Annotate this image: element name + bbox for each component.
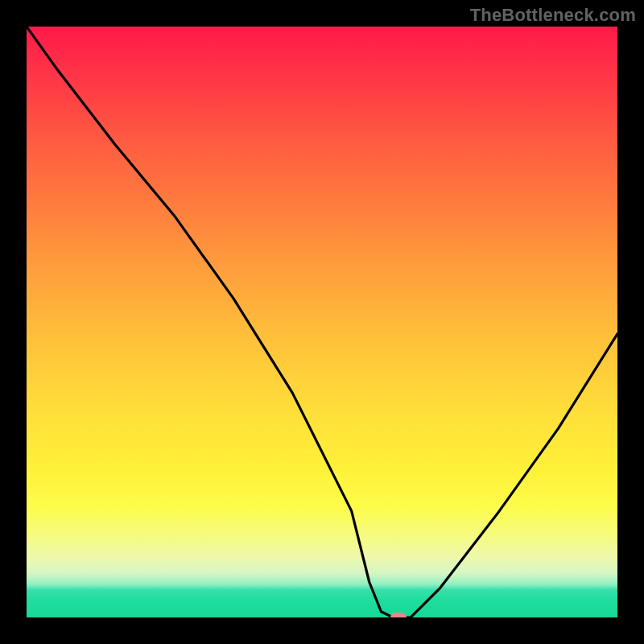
curve-path: [27, 27, 617, 617]
plot-area: [27, 27, 617, 617]
optimum-marker: [390, 613, 407, 617]
watermark-text: TheBottleneck.com: [470, 5, 636, 26]
chart-stage: TheBottleneck.com: [0, 0, 644, 644]
bottleneck-curve: [27, 27, 617, 617]
